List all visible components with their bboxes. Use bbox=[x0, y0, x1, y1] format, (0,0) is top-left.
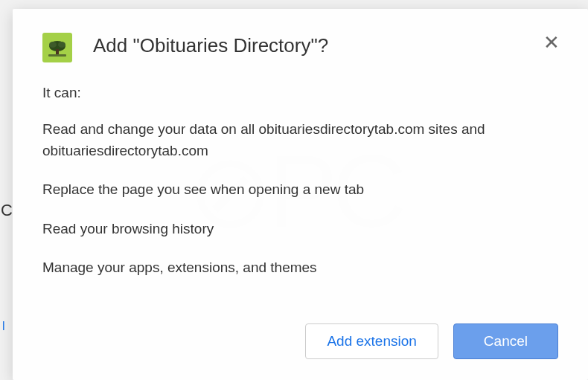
dialog-header: Add "Obituaries Directory"? ✕ bbox=[13, 9, 588, 77]
permissions-intro: It can: bbox=[42, 85, 558, 101]
svg-point-2 bbox=[58, 42, 65, 48]
permission-item: Read and change your data on all obituar… bbox=[42, 119, 558, 161]
edge-link: l bbox=[2, 320, 5, 333]
extension-install-dialog: Add "Obituaries Directory"? ✕ It can: Re… bbox=[13, 9, 588, 380]
svg-point-1 bbox=[49, 42, 57, 48]
dialog-body: It can: Read and change your data on all… bbox=[13, 77, 588, 312]
permission-item: Manage your apps, extensions, and themes bbox=[42, 257, 558, 279]
permission-item: Replace the page you see when opening a … bbox=[42, 179, 558, 201]
permission-item: Read your browsing history bbox=[42, 219, 558, 240]
extension-icon bbox=[42, 33, 72, 62]
add-extension-button[interactable]: Add extension bbox=[305, 323, 438, 359]
dialog-footer: Add extension Cancel bbox=[13, 312, 588, 381]
svg-rect-4 bbox=[48, 54, 66, 57]
edge-char: C bbox=[0, 201, 13, 220]
close-icon[interactable]: ✕ bbox=[537, 30, 566, 55]
cancel-button[interactable]: Cancel bbox=[453, 323, 558, 359]
svg-rect-3 bbox=[56, 49, 59, 55]
dialog-title: Add "Obituaries Directory"? bbox=[93, 30, 537, 57]
